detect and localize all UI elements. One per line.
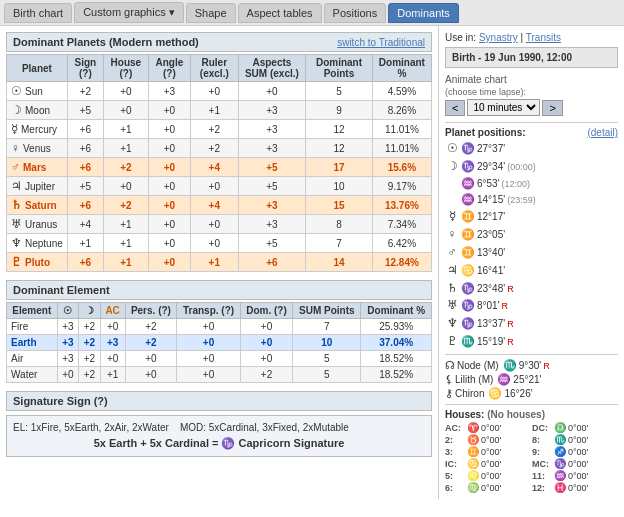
chiron-sym: ⚷ xyxy=(445,387,453,400)
col-ruler: Ruler (excl.) xyxy=(190,55,238,82)
pos-extra: (23:59) xyxy=(507,194,536,207)
cusp-sym: ♑ xyxy=(554,458,566,469)
position-row: ☿ ♊ 12°17' xyxy=(445,208,618,225)
element-moon: +2 xyxy=(79,351,101,367)
pos-deg: 14°15' xyxy=(477,193,505,207)
animate-select[interactable]: 1 minute 5 minutes 10 minutes 30 minutes… xyxy=(467,99,540,116)
lilith-deg: 25°21' xyxy=(513,374,541,385)
switch-to-traditional[interactable]: switch to Traditional xyxy=(337,37,425,48)
element-sun: +0 xyxy=(57,367,79,383)
planet-name-cell: ♃ Jupiter xyxy=(7,177,68,196)
element-transp: +0 xyxy=(177,335,241,351)
transits-link[interactable]: Transits xyxy=(526,32,561,43)
element-pct: 18.52% xyxy=(361,351,432,367)
planet-angle: +0 xyxy=(148,139,190,158)
planet-row: ♀ Venus +6 +1 +0 +2 +3 12 11.01% xyxy=(7,139,432,158)
planet-ruler: +2 xyxy=(190,120,238,139)
planet-angle: +0 xyxy=(148,196,190,215)
planet-name: Mercury xyxy=(21,124,57,135)
planet-symbol: ♆ xyxy=(11,236,22,250)
cusp-row: MC: ♑ 0°00' xyxy=(532,458,618,469)
pos-deg: 27°37' xyxy=(477,142,505,156)
planet-row: ♅ Uranus +4 +1 +0 +0 +3 8 7.34% xyxy=(7,215,432,234)
cusp-sym: ♐ xyxy=(554,446,566,457)
element-moon: +2 xyxy=(79,367,101,383)
element-dom: +2 xyxy=(240,367,292,383)
top-nav: Birth chart Custom graphics ▾ Shape Aspe… xyxy=(0,0,624,26)
planet-ruler: +0 xyxy=(190,177,238,196)
planet-pct: 9.17% xyxy=(372,177,431,196)
planet-row: ♆ Neptune +1 +1 +0 +0 +5 7 6.42% xyxy=(7,234,432,253)
planet-name-cell: ♂ Mars xyxy=(7,158,68,177)
dominant-element-title: Dominant Element xyxy=(13,284,110,296)
planet-pct: 11.01% xyxy=(372,120,431,139)
planet-house: +0 xyxy=(103,82,148,101)
cusp-sym: ♎ xyxy=(554,422,566,433)
cusp-deg: 0°00' xyxy=(568,447,588,457)
element-sun: +3 xyxy=(57,319,79,335)
planet-aspects: +3 xyxy=(238,215,306,234)
planet-symbol: ♇ xyxy=(11,255,22,269)
planet-symbol: ♅ xyxy=(11,217,22,231)
node-sym: ☊ xyxy=(445,359,455,372)
planet-house: +2 xyxy=(103,196,148,215)
el-label: EL: 1xFire, 5xEarth, 2xAir, 2xWater xyxy=(13,422,169,433)
planet-ruler: +4 xyxy=(190,158,238,177)
tab-dominants[interactable]: Dominants xyxy=(388,3,459,23)
dominant-planets-title: Dominant Planets (Modern method) xyxy=(13,36,199,48)
planet-ruler: +0 xyxy=(190,215,238,234)
pos-symbol: ☽ xyxy=(445,158,459,175)
animate-prev-btn[interactable]: < xyxy=(445,100,465,116)
planet-house: +1 xyxy=(103,139,148,158)
planet-symbol: ♀ xyxy=(11,141,20,155)
node-label: Node (M) xyxy=(457,360,499,371)
planet-aspects: +5 xyxy=(238,234,306,253)
element-asc: +1 xyxy=(100,367,125,383)
tab-aspect-tables[interactable]: Aspect tables xyxy=(238,3,322,23)
planet-sum: 10 xyxy=(306,177,373,196)
planet-row: ♇ Pluto +6 +1 +0 +1 +6 14 12.84% xyxy=(7,253,432,272)
ecol-asc: AC xyxy=(100,303,125,319)
element-pct: 37.04% xyxy=(361,335,432,351)
planet-house: +1 xyxy=(103,234,148,253)
cusp-label: 2: xyxy=(445,435,465,445)
pos-symbol: ♆ xyxy=(445,315,459,332)
tab-shape[interactable]: Shape xyxy=(186,3,236,23)
cusp-deg: 0°00' xyxy=(481,447,501,457)
position-row: ♄ ♑ 23°48' R xyxy=(445,280,618,297)
planet-aspects: +3 xyxy=(238,139,306,158)
element-transp: +0 xyxy=(177,351,241,367)
signature-result: 5x Earth + 5x Cardinal = ♑ Capricorn Sig… xyxy=(13,437,425,450)
planet-symbol: ☉ xyxy=(11,84,22,98)
planet-sign: +1 xyxy=(67,234,103,253)
planet-name-cell: ♀ Venus xyxy=(7,139,68,158)
cusp-deg: 0°00' xyxy=(568,483,588,493)
planet-sign: +5 xyxy=(67,177,103,196)
planet-sum: 8 xyxy=(306,215,373,234)
planet-ruler: +1 xyxy=(190,253,238,272)
tab-positions[interactable]: Positions xyxy=(324,3,387,23)
element-pers: +2 xyxy=(125,335,177,351)
cusp-deg: 0°00' xyxy=(568,423,588,433)
animate-next-btn[interactable]: > xyxy=(542,100,562,116)
cusp-label: 3: xyxy=(445,447,465,457)
tab-custom-graphics[interactable]: Custom graphics ▾ xyxy=(74,2,184,23)
planet-name: Pluto xyxy=(25,257,50,268)
planet-aspects: +0 xyxy=(238,82,306,101)
detail-link[interactable]: (detail) xyxy=(587,127,618,138)
planet-row: ♄ Saturn +6 +2 +0 +4 +3 15 13.76% xyxy=(7,196,432,215)
tab-birth-chart[interactable]: Birth chart xyxy=(4,3,72,23)
pos-sign-sym: ♊ xyxy=(461,209,475,224)
pos-deg: 13°37' xyxy=(477,317,505,331)
element-row: Earth +3 +2 +3 +2 +0 +0 10 37.04% xyxy=(7,335,432,351)
dominant-planets-header: Dominant Planets (Modern method) switch … xyxy=(6,32,432,52)
planet-sign: +2 xyxy=(67,82,103,101)
dominant-planets-table: Planet Sign (?) House (?) Angle (?) Rule… xyxy=(6,54,432,272)
planet-angle: +3 xyxy=(148,82,190,101)
houses-section: Houses: (No houses) AC: ♈ 0°00' DC: ♎ 0°… xyxy=(445,409,618,493)
synastry-link[interactable]: Synastry xyxy=(479,32,518,43)
planet-row: ☿ Mercury +6 +1 +0 +2 +3 12 11.01% xyxy=(7,120,432,139)
planet-angle: +0 xyxy=(148,234,190,253)
chiron-row: ⚷ Chiron ♋ 16°26' xyxy=(445,387,618,400)
cusp-sym: ♓ xyxy=(554,482,566,493)
